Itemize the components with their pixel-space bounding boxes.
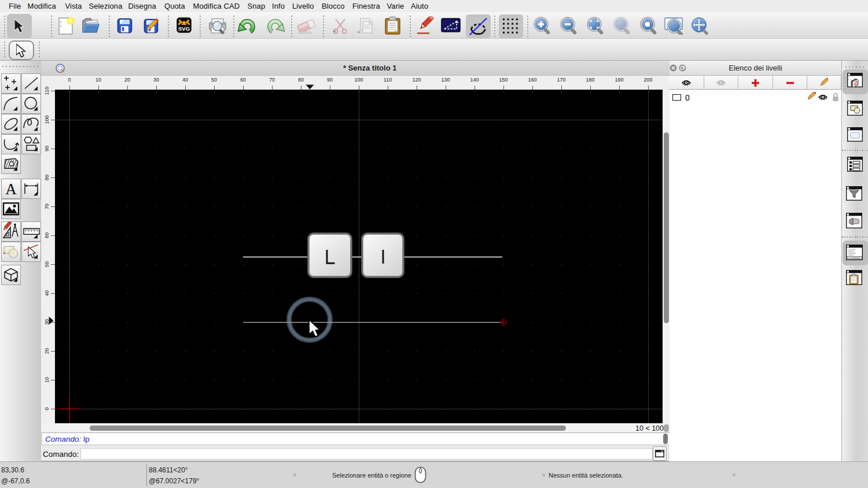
svg-text:A: A (5, 180, 17, 198)
svg-text:C command: C command (848, 257, 859, 259)
